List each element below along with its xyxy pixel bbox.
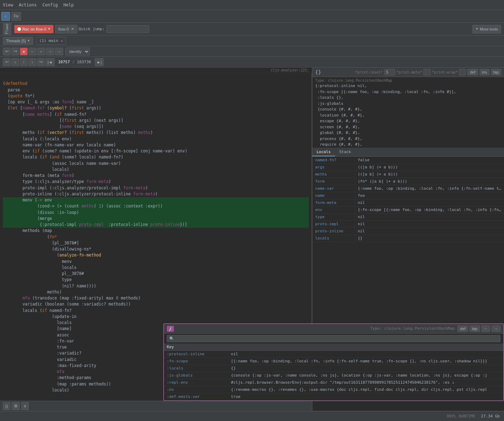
menu-bar: View Actions Config Help	[0, 0, 504, 10]
threads-button[interactable]: Threads [5] ▼	[3, 37, 33, 45]
more-tools-button[interactable]: ▼ More tools	[472, 25, 501, 33]
record-button[interactable]: Rec on flow-0 ▼	[14, 25, 54, 33]
flow-tab[interactable]: flow-0 ✕	[55, 25, 77, 33]
print-wrap-input[interactable]	[459, 69, 466, 75]
menu-config[interactable]: Config	[42, 2, 57, 7]
locals-row-env: env {:fn-scope [{:name foo, :op :binding…	[312, 206, 504, 214]
nav-step-back2-button[interactable]: ←	[37, 48, 45, 55]
table-header-key: Key	[164, 344, 228, 351]
ins-inspector-button[interactable]: ins	[480, 69, 489, 75]
table-key-cell: :locals	[164, 365, 228, 372]
nav-back-far-button[interactable]: ↩	[3, 48, 11, 55]
locals-key-11: locals	[312, 235, 355, 242]
table-key-cell: :fn-scope	[164, 358, 228, 365]
table-val-cell: {:rename-macros {}, :renames {}, :use-ma…	[228, 386, 503, 393]
locals-tab[interactable]: Locals	[312, 148, 335, 156]
table-val-cell: {console {:op :js-var, :name console, :n…	[228, 372, 503, 379]
locals-key-4: name-var	[312, 185, 355, 192]
identity-select[interactable]: identity	[65, 48, 90, 55]
bottom-table-container[interactable]: Key :protocol-inlinenil:fn-scope[{:name …	[164, 344, 503, 400]
nav-controls-row2: ↩ ‹ ↑ › ↪ |◄ 10757 / 103730 ►|	[0, 57, 504, 68]
inspector-braces-icon: {}	[315, 69, 321, 75]
home-button[interactable]: ⌂	[1, 12, 10, 21]
nav-back-button[interactable]: ↩	[3, 58, 11, 66]
nav-forward-button[interactable]: ↪	[37, 58, 45, 66]
print-wrap-label: *print-wrap*	[432, 70, 458, 74]
def-inspector-button[interactable]: def	[467, 69, 478, 75]
locals-key-5: name	[312, 192, 355, 199]
list-button[interactable]: ≡	[21, 402, 28, 410]
nav-step-forward-button[interactable]: →	[46, 48, 54, 55]
locals-key-8: type	[312, 214, 355, 220]
record-circle-icon	[17, 27, 21, 31]
print-meta-label: *print-meta*	[396, 70, 422, 74]
locals-key-6: form-meta	[312, 199, 355, 206]
nav-step-forward2-button[interactable]: →	[55, 48, 63, 55]
table-row: :repl-env#cljs.repl.browser.BrowserEnv{:…	[164, 379, 503, 386]
nav-first-button[interactable]: |◄	[45, 58, 55, 66]
nav-forward-far-button[interactable]: ↪	[11, 48, 19, 55]
nav-step-back-button[interactable]: ←	[28, 48, 37, 55]
bottom-nav-prev-button[interactable]: ←	[481, 325, 490, 332]
locals-val-5: foo	[355, 192, 504, 199]
stack-tab[interactable]: Stack	[335, 148, 355, 156]
repl-runtime-label: REPL RUNTIME	[447, 414, 475, 419]
menu-actions[interactable]: Actions	[19, 2, 37, 7]
locals-row-type: type nil	[312, 214, 504, 221]
nav-prev-button[interactable]: ‹	[11, 58, 19, 66]
locals-val-6: nil	[355, 199, 504, 206]
locals-key-1: args	[312, 164, 355, 171]
locals-row-named-fn: named-fn? false	[312, 157, 504, 164]
fix-button[interactable]: Fix	[11, 12, 21, 21]
more-tools-dropdown-icon: ▼	[476, 27, 478, 31]
table-val-cell: true	[228, 393, 503, 400]
paren-button[interactable]: ()	[3, 402, 10, 410]
flow-tab-close-icon[interactable]: ✕	[71, 27, 74, 31]
bottom-def-button[interactable]: def	[458, 325, 468, 332]
bottom-tap-button[interactable]: tap	[470, 325, 480, 332]
bottom-inspector-slash[interactable]: /	[167, 326, 174, 332]
locals-row-proto-inline: proto-inline nil	[312, 228, 504, 235]
print-level-input[interactable]	[384, 69, 395, 75]
locals-val-8: nil	[355, 214, 504, 220]
table-val-cell: nil	[228, 351, 503, 358]
print-meta-input[interactable]	[423, 69, 431, 75]
locals-key-0: named-fn?	[312, 157, 355, 163]
menu-view[interactable]: View	[3, 2, 13, 7]
table-key-cell: :ns	[164, 386, 228, 393]
tree-button[interactable]: ⊞	[12, 402, 20, 410]
nav-last-button[interactable]: ►|	[95, 58, 104, 66]
inspector-value: Type: clojure.lang.PersistentHashMap {:p…	[312, 77, 504, 148]
main-thread-close-icon[interactable]: ✕	[61, 39, 63, 43]
bottom-search-input[interactable]	[167, 335, 500, 342]
table-row: :fn-scope[{:name foo, :op :binding, :loc…	[164, 358, 503, 365]
inspector-top: {} *print-level* *print-meta* *print-wra…	[312, 68, 504, 77]
nav-total: 103730	[77, 60, 91, 64]
record-dropdown-icon: ▼	[48, 27, 50, 31]
menu-help[interactable]: Help	[64, 2, 74, 7]
flows-label: Flows	[4, 23, 10, 35]
bottom-nav-next-button[interactable]: →	[492, 325, 500, 332]
bottom-data-table: Key :protocol-inlinenil:fn-scope[{:name …	[164, 344, 503, 400]
memory-value: 27.34 Gb	[481, 414, 500, 419]
quick-jump-input[interactable]	[106, 25, 149, 33]
record-label: Rec on flow-0	[22, 27, 46, 31]
locals-val-11: {}	[355, 235, 504, 242]
tap-inspector-button[interactable]: tap	[491, 69, 501, 75]
quick-jump-area: Quick jump:	[79, 25, 471, 33]
main-thread-tab[interactable]: (1) main ✕	[36, 37, 66, 45]
status-bar: REPL RUNTIME 27.34 Gb	[0, 411, 504, 421]
table-val-cell: {}	[228, 365, 503, 372]
locals-val-3: (fn* ([a b] (+ a b)))	[355, 178, 504, 185]
nav-up-button[interactable]: ↑	[20, 58, 28, 66]
locals-key-2: meths	[312, 171, 355, 178]
table-row: :locals{}	[164, 365, 503, 372]
print-level-label: *print-level*	[355, 70, 383, 74]
table-row: :js-globals{console {:op :js-var, :name …	[164, 372, 503, 379]
locals-key-9: proto-impl	[312, 221, 355, 227]
nav-next-button[interactable]: ›	[28, 58, 36, 66]
nav-stop-button[interactable]: ■	[20, 48, 28, 55]
table-row: :def-emits-vartrue	[164, 393, 503, 400]
table-row: :ns{:rename-macros {}, :renames {}, :use…	[164, 386, 503, 393]
bottom-inspector-panel: / Type: clojure.lang.PersistentHashMap d…	[163, 323, 504, 401]
